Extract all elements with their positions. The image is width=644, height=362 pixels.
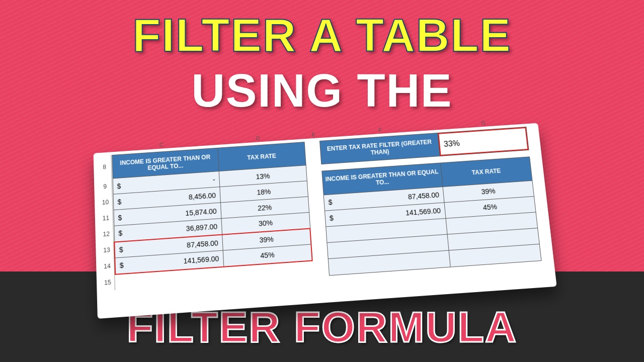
- title-line-2: USING THE: [0, 64, 644, 117]
- row-num: 13: [100, 242, 114, 259]
- row-num: 8: [98, 155, 112, 179]
- source-table: INCOME IS GREATER THAN OR EQUAL TO... TA…: [111, 142, 313, 291]
- row-num: 10: [99, 194, 113, 211]
- result-table: ENTER TAX RATE FILTER (GREATER THAN) 33%…: [319, 127, 542, 276]
- row-num: 11: [99, 210, 113, 227]
- spreadsheet-preview: C D E F G 8 9 10 11 12 13 14 15 INCOME I…: [94, 123, 557, 319]
- row-num: 12: [99, 226, 114, 243]
- title-line-1: FILTER A TABLE: [0, 9, 644, 62]
- row-num: 14: [100, 258, 115, 275]
- row-num: 9: [98, 178, 113, 195]
- row-num: 15: [101, 274, 115, 291]
- col-letter: E: [306, 131, 321, 138]
- title-line-3: FILTER FORMULA: [0, 302, 644, 352]
